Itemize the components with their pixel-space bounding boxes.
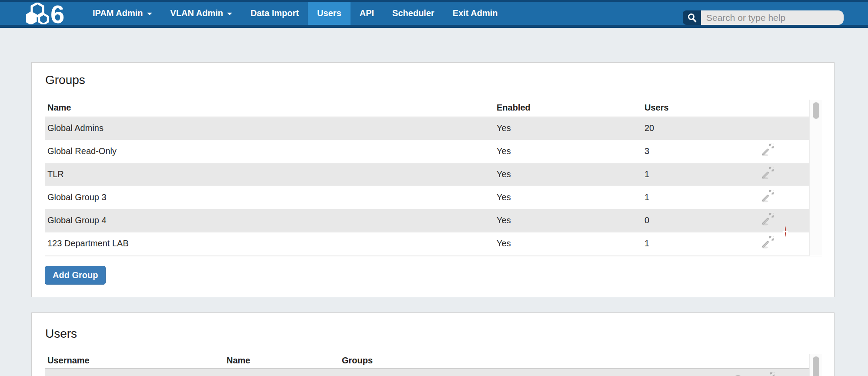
users-table-scroll-area: Username Name Groups (45, 354, 822, 376)
table-row: TLR Yes 1 (45, 163, 822, 186)
column-header-groups: Groups (339, 354, 722, 368)
group-name-cell: Global Group 3 (45, 186, 494, 209)
wrench-icon[interactable] (761, 167, 774, 182)
wrench-icon[interactable] (761, 236, 774, 251)
groups-header-row: Name Enabled Users (45, 100, 822, 117)
nav-item-vlan-admin[interactable]: VLAN Admin (161, 2, 241, 25)
table-row: 123 Department LAB Yes 1 (45, 232, 822, 255)
group-enabled-cell: Yes (494, 186, 642, 209)
top-navbar: 6 IPAM Admin VLAN Admin Data Import User… (0, 0, 868, 28)
navbar-menu: IPAM Admin VLAN Admin Data Import Users … (83, 2, 507, 25)
scrollbar-thumb[interactable] (813, 356, 819, 376)
group-name-cell: Global Read-Only (45, 140, 494, 163)
groups-table: Name Enabled Users Global Admins Yes 20 … (45, 100, 822, 255)
column-header-actions (722, 354, 822, 368)
nav-item-data-import[interactable]: Data Import (241, 2, 308, 25)
wrench-icon[interactable] (761, 190, 774, 205)
group-users-cell: 20 (642, 117, 754, 140)
user-username-cell (45, 368, 224, 376)
table-row: Global Admins Yes 20 (45, 117, 822, 140)
vertical-scrollbar[interactable] (809, 354, 822, 376)
table-row: Global Group 3 Yes 1 (45, 186, 822, 209)
groups-table-scroll-area: Name Enabled Users Global Admins Yes 20 … (45, 100, 822, 256)
column-header-enabled: Enabled (494, 100, 642, 117)
nav-item-label: Users (317, 8, 341, 18)
add-group-button[interactable]: Add Group (45, 266, 106, 285)
search-bar (683, 10, 844, 25)
nav-item-label: Exit Admin (453, 8, 498, 18)
user-groups-cell (339, 368, 722, 376)
user-actions-cell (722, 368, 822, 376)
group-enabled-cell: Yes (494, 209, 642, 232)
caret-down-icon (227, 13, 232, 15)
table-row: Global Group 4 Yes 0 (45, 209, 822, 232)
page-title-users: Users (45, 327, 77, 341)
page-title-groups: Groups (45, 73, 85, 87)
users-panel: Users Username Name Groups (31, 312, 835, 376)
group-name-cell: 123 Department LAB (45, 232, 494, 255)
users-header-row: Username Name Groups (45, 354, 822, 368)
scrollbar-thumb[interactable] (813, 102, 819, 119)
column-header-username: Username (45, 354, 224, 368)
nav-item-api[interactable]: API (351, 2, 383, 25)
search-input[interactable] (701, 10, 844, 25)
table-row (45, 368, 822, 376)
group-users-cell: 1 (642, 232, 754, 255)
search-icon (687, 13, 697, 23)
wrench-icon[interactable] (761, 372, 775, 376)
group-users-cell: 3 (642, 140, 754, 163)
svg-text:6: 6 (50, 3, 64, 24)
nav-item-users[interactable]: Users (308, 2, 351, 25)
nav-item-exit-admin[interactable]: Exit Admin (444, 2, 507, 25)
column-header-users: Users (642, 100, 754, 117)
wrench-icon[interactable] (761, 144, 774, 159)
navbar-inner: 6 IPAM Admin VLAN Admin Data Import User… (0, 2, 868, 25)
group-users-cell: 1 (642, 163, 754, 186)
table-row: Global Read-Only Yes 3 (45, 140, 822, 163)
group-name-cell: TLR (45, 163, 494, 186)
group-users-cell: 0 (642, 209, 754, 232)
wrench-icon[interactable] (761, 213, 774, 228)
caret-down-icon (147, 13, 152, 15)
column-header-name: Name (224, 354, 339, 368)
group-name-cell: Global Admins (45, 117, 494, 140)
nav-item-label: IPAM Admin (93, 8, 143, 18)
nav-item-label: VLAN Admin (170, 8, 223, 18)
column-header-name: Name (45, 100, 494, 117)
vertical-scrollbar[interactable] (809, 100, 822, 256)
user-name-cell (224, 368, 339, 376)
search-button[interactable] (683, 10, 701, 25)
group-enabled-cell: Yes (494, 232, 642, 255)
group-enabled-cell: Yes (494, 140, 642, 163)
users-table: Username Name Groups (45, 354, 822, 376)
group-enabled-cell: Yes (494, 117, 642, 140)
nav-item-label: Scheduler (392, 8, 434, 18)
nav-item-ipam-admin[interactable]: IPAM Admin (83, 2, 161, 25)
group-users-cell: 1 (642, 186, 754, 209)
nav-item-scheduler[interactable]: Scheduler (383, 2, 444, 25)
group-name-cell: Global Group 4 (45, 209, 494, 232)
nav-item-label: Data Import (250, 8, 299, 18)
groups-panel: Groups Name Enabled Users Global Admins … (31, 62, 835, 297)
group-enabled-cell: Yes (494, 163, 642, 186)
nav-item-label: API (360, 8, 374, 18)
6connect-logo-icon[interactable]: 6 (26, 3, 77, 24)
